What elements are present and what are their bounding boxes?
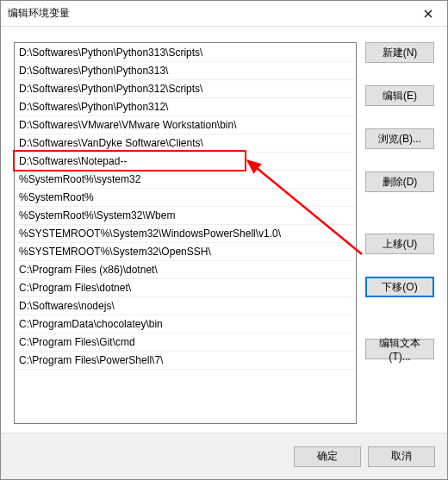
new-button[interactable]: 新建(N) — [365, 42, 434, 63]
ok-button[interactable]: 确定 — [294, 446, 361, 467]
list-item[interactable]: D:\Softwares\nodejs\ — [16, 297, 355, 315]
list-item[interactable]: %SystemRoot%\system32 — [16, 171, 355, 189]
window-title: 编辑环境变量 — [8, 6, 70, 21]
list-item[interactable]: %SystemRoot%\System32\Wbem — [16, 207, 355, 225]
list-item[interactable]: D:\Softwares\VMware\VMware Workstation\b… — [16, 116, 355, 134]
list-item[interactable]: D:\Softwares\Notepad-- — [16, 153, 355, 171]
button-column: 新建(N) 编辑(E) 浏览(B)... 删除(D) 上移(U) 下移(O) 编… — [365, 42, 434, 424]
delete-button[interactable]: 删除(D) — [365, 171, 434, 192]
move-up-button[interactable]: 上移(U) — [365, 234, 434, 254]
close-icon — [424, 9, 432, 18]
list-item[interactable]: D:\Softwares\Python\Python312\Scripts\ — [16, 80, 355, 98]
close-button[interactable] — [408, 1, 447, 27]
dialog-body: D:\Softwares\Python\Python313\Scripts\D:… — [1, 27, 447, 433]
titlebar: 编辑环境变量 — [1, 1, 447, 27]
list-item[interactable]: D:\Softwares\Python\Python313\ — [16, 62, 355, 80]
list-item[interactable]: %SystemRoot% — [16, 189, 355, 207]
dialog-footer: 确定 取消 — [1, 433, 447, 479]
path-listbox[interactable]: D:\Softwares\Python\Python313\Scripts\D:… — [14, 42, 357, 424]
list-item[interactable]: C:\Program Files\Git\cmd — [16, 334, 355, 352]
env-var-edit-dialog: 编辑环境变量 D:\Softwares\Python\Python313\Scr… — [0, 0, 448, 480]
list-item[interactable]: D:\Softwares\VanDyke Software\Clients\ — [16, 134, 355, 153]
list-item[interactable]: %SYSTEMROOT%\System32\WindowsPowerShell\… — [16, 225, 355, 243]
edit-text-button[interactable]: 编辑文本(T)... — [365, 339, 434, 359]
list-item[interactable]: C:\Program Files\PowerShell\7\ — [16, 352, 355, 370]
list-item[interactable]: C:\Program Files\dotnet\ — [16, 279, 355, 297]
list-item[interactable]: C:\ProgramData\chocolatey\bin — [16, 315, 355, 334]
browse-button[interactable]: 浏览(B)... — [365, 128, 434, 149]
edit-button[interactable]: 编辑(E) — [365, 85, 434, 106]
list-item[interactable]: D:\Softwares\Python\Python313\Scripts\ — [16, 44, 355, 62]
move-down-button[interactable]: 下移(O) — [365, 277, 434, 297]
list-item[interactable]: C:\Program Files (x86)\dotnet\ — [16, 261, 355, 279]
list-item[interactable]: %SYSTEMROOT%\System32\OpenSSH\ — [16, 243, 355, 261]
list-item[interactable]: D:\Softwares\Python\Python312\ — [16, 98, 355, 116]
cancel-button[interactable]: 取消 — [368, 446, 435, 467]
